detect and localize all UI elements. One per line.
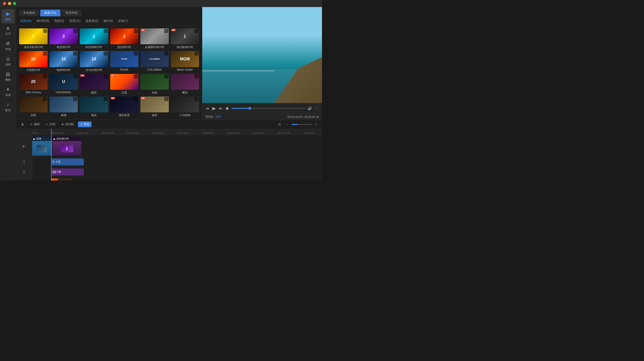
media-item-24[interactable]: ↓人与狗狗 xyxy=(171,97,199,117)
maximize-button[interactable] xyxy=(13,2,16,5)
badge-download-15[interactable]: ↓ xyxy=(104,74,108,78)
media-item-21[interactable]: ↓海岛 xyxy=(80,97,108,117)
split-button[interactable]: ✂ 分割 xyxy=(44,121,57,127)
play-button[interactable]: ▶ xyxy=(212,105,216,112)
stop-button[interactable]: ⏹ xyxy=(225,106,229,111)
edit-button[interactable]: ✏ 编辑 xyxy=(28,121,42,127)
skip-back-button[interactable]: ⏮ xyxy=(205,106,210,111)
media-item-19[interactable]: ↓夕阳 xyxy=(19,97,48,117)
freeze-button[interactable]: ❄ 冻结帧 xyxy=(59,121,76,127)
cat-other[interactable]: 其他(7) xyxy=(117,18,129,24)
tab-featured[interactable]: 精美片头 xyxy=(40,10,60,16)
badge-download-1[interactable]: ↓ xyxy=(43,29,47,33)
badge-download-21[interactable]: ↓ xyxy=(104,97,108,101)
cat-progress[interactable]: 进度条(5) xyxy=(85,18,99,24)
media-item-3[interactable]: 2↓科技感倒计时 xyxy=(80,28,108,49)
badge-download-17[interactable]: ↓ xyxy=(164,74,168,78)
media-item-16[interactable]: VIP↓日落 xyxy=(110,74,139,95)
cat-travel[interactable]: 旅行(6) xyxy=(102,18,114,24)
clip-text-xiaoquing[interactable]: T 小清 xyxy=(51,158,84,165)
export-button[interactable]: ↗ 导出 xyxy=(78,121,92,127)
zoom-out-button[interactable]: − xyxy=(284,122,290,127)
skip-forward-button[interactable]: ⏭ xyxy=(218,106,223,111)
img-track-icon: 🖼 xyxy=(22,180,26,180)
tab-local[interactable]: 本地素材 xyxy=(19,10,39,16)
badge-download-8[interactable]: ↓ xyxy=(73,52,77,56)
badge-download-14[interactable]: ↓ xyxy=(73,74,77,78)
tab-bg[interactable]: 背景样例 xyxy=(61,10,82,16)
cat-landscape[interactable]: 风景(11) xyxy=(68,18,82,24)
media-item-13[interactable]: 20↓20th Century xyxy=(19,74,48,95)
media-item-18[interactable]: ↓樱花 xyxy=(171,74,199,95)
media-item-7[interactable]: 10↓火焰倒计时 xyxy=(19,51,48,72)
cat-film[interactable]: 电影(5) xyxy=(53,18,65,24)
media-thumb-18: ↓ xyxy=(171,74,199,90)
media-item-10[interactable]: PIXAR↓PIXAR xyxy=(110,51,139,72)
media-item-2[interactable]: 3↓电流倒计时 xyxy=(50,28,78,49)
media-item-23[interactable]: VIP↓城市 xyxy=(140,97,169,117)
badge-download-12[interactable]: ↓ xyxy=(194,52,198,56)
badge-download-6[interactable]: ↓ xyxy=(194,29,198,33)
sidebar-item-media[interactable]: ▶ 素材 xyxy=(2,9,15,23)
badge-download-19[interactable]: ↓ xyxy=(43,97,47,101)
media-item-20[interactable]: ↓海滩 xyxy=(50,97,78,117)
clip-countdown[interactable]: ▶ 流光倒计时 2 xyxy=(52,137,81,156)
media-item-11[interactable]: COLUMBIA↓COLUMBIA xyxy=(140,51,169,72)
media-item-17[interactable]: ↓自然 xyxy=(140,74,169,95)
badge-download-2[interactable]: ↓ xyxy=(73,29,77,33)
sidebar-item-animation[interactable]: ✦ 动画 xyxy=(2,85,15,99)
sidebar-item-transition[interactable]: ⇄ 转场 xyxy=(2,39,15,53)
badge-download-7[interactable]: ↓ xyxy=(43,52,47,56)
split-icon: ✂ xyxy=(46,123,48,126)
badge-download-5[interactable]: ↓ xyxy=(164,29,168,33)
badge-download-13[interactable]: ↓ xyxy=(43,74,47,78)
fullscreen-button[interactable]: ⛶ xyxy=(314,106,319,111)
zoom-in-button[interactable]: + xyxy=(313,122,319,127)
badge-download-4[interactable]: ↓ xyxy=(134,29,138,33)
media-item-9[interactable]: 10↓水与冰倒计时 xyxy=(80,51,108,72)
badge-download-3[interactable]: ↓ xyxy=(104,29,108,33)
media-item-6[interactable]: 1VIP↓场记板倒计时 xyxy=(171,28,199,49)
media-item-12[interactable]: MGM↓Metro Goldw xyxy=(171,51,199,72)
titlebar xyxy=(0,0,322,7)
media-thumb-23: VIP↓ xyxy=(140,97,169,112)
media-name-22: 城市夜景 xyxy=(110,113,139,117)
sidebar-item-filter[interactable]: ◎ 滤镜 xyxy=(2,54,15,68)
cat-all[interactable]: 全部(43) xyxy=(19,18,32,24)
media-item-5[interactable]: VIP↓金属圆环倒计时 xyxy=(140,28,169,49)
media-item-14[interactable]: U↓UNIVERSAL xyxy=(50,74,78,95)
media-item-1[interactable]: 1↓金色光影倒计时 xyxy=(19,28,48,49)
badge-download-10[interactable]: ↓ xyxy=(134,52,138,56)
cat-countdown[interactable]: 倒计时(9) xyxy=(35,18,50,24)
fit-button[interactable]: ⊡ xyxy=(276,122,283,127)
sidebar-item-overlay[interactable]: ▤ 叠附 xyxy=(2,69,15,84)
minimize-button[interactable] xyxy=(8,2,11,5)
clip-image-dream[interactable]: 梦 xyxy=(51,178,72,180)
progress-bar[interactable] xyxy=(231,108,305,109)
zoom-slider[interactable] xyxy=(292,124,312,125)
transition-icon: ⇄ xyxy=(6,41,10,46)
badge-download-11[interactable]: ↓ xyxy=(164,52,168,56)
close-button[interactable] xyxy=(3,2,6,5)
sidebar-item-text[interactable]: A 文字 xyxy=(2,24,15,38)
badge-download-18[interactable]: ↓ xyxy=(194,74,198,78)
volume-button[interactable]: 🔊 xyxy=(307,106,312,111)
delete-button[interactable]: 🗑 xyxy=(19,122,26,127)
badge-download-16[interactable]: ↓ xyxy=(134,74,138,78)
media-thumb-inner-22: VIP↓ xyxy=(110,97,139,112)
ruler-mark-5: 00:00:40.00 xyxy=(152,132,164,134)
media-item-4[interactable]: 1↓流光倒计时 xyxy=(110,28,139,49)
badge-download-24[interactable]: ↓ xyxy=(194,97,198,101)
media-item-22[interactable]: VIP↓城市夜景 xyxy=(110,97,139,117)
clip-effect-6screen[interactable]: 6屏 xyxy=(51,168,84,175)
badge-download-20[interactable]: ↓ xyxy=(73,97,77,101)
media-item-8[interactable]: 10↓电焊倒计时 xyxy=(50,51,78,72)
media-item-15[interactable]: VIP↓烟花 xyxy=(80,74,108,95)
badge-download-22[interactable]: ↓ xyxy=(134,97,138,101)
badge-download-23[interactable]: ↓ xyxy=(164,97,168,101)
badge-download-9[interactable]: ↓ xyxy=(104,52,108,56)
thumb-text-11: COLUMBIA xyxy=(149,58,160,60)
ruler-mark-1: 00:00:08.00 xyxy=(51,132,63,134)
sidebar-item-music[interactable]: ♪ 配乐 xyxy=(2,100,15,114)
clip-beach[interactable]: ▶ 海滩 xyxy=(32,137,52,156)
